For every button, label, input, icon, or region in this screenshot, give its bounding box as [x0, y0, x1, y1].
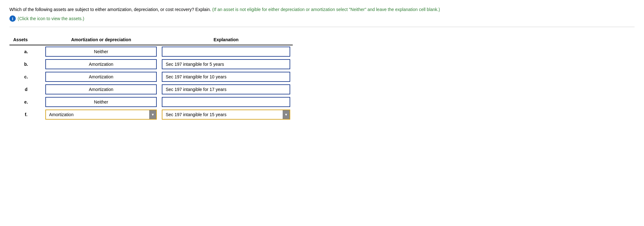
header-explain: Explanation — [159, 35, 293, 45]
amort-dropdown[interactable]: Amortization — [45, 84, 157, 94]
amort-cell[interactable]: Amortization▼ — [43, 108, 160, 121]
amort-cell[interactable]: Amortization — [43, 83, 160, 96]
explain-cell[interactable] — [159, 96, 293, 108]
amort-dropdown[interactable]: Neither — [45, 97, 157, 107]
table-row: a.Neither — [9, 45, 293, 58]
table-container: Assets Amortization or depreciation Expl… — [9, 35, 293, 121]
question-main-text: Which of the following assets are subjec… — [9, 7, 211, 12]
asset-label: b. — [9, 58, 43, 71]
asset-label: f. — [9, 108, 43, 121]
explain-cell[interactable]: Sec 197 intangible for 15 years▼ — [159, 108, 293, 121]
explain-box[interactable]: Sec 197 intangible for 5 years — [162, 59, 290, 69]
asset-label: c. — [9, 71, 43, 83]
asset-label: d — [9, 83, 43, 96]
explain-cell[interactable] — [159, 45, 293, 58]
main-table: Assets Amortization or depreciation Expl… — [9, 35, 293, 121]
amort-cell[interactable]: Amortization — [43, 71, 160, 83]
amort-dropdown-active[interactable]: Amortization▼ — [45, 110, 157, 120]
info-line: i (Click the icon to view the assets.) — [9, 15, 635, 22]
explain-dropdown-text: Sec 197 intangible for 15 years — [162, 110, 283, 119]
table-row: e.Neither — [9, 96, 293, 108]
table-row: c.AmortizationSec 197 intangible for 10 … — [9, 71, 293, 83]
header-assets: Assets — [9, 35, 43, 45]
asset-label: a. — [9, 45, 43, 58]
table-row: f.Amortization▼Sec 197 intangible for 15… — [9, 108, 293, 121]
table-header-row: Assets Amortization or depreciation Expl… — [9, 35, 293, 45]
explain-box[interactable]: Sec 197 intangible for 10 years — [162, 72, 290, 82]
info-text: (Click the icon to view the assets.) — [18, 16, 84, 21]
asset-label: e. — [9, 96, 43, 108]
explain-cell[interactable]: Sec 197 intangible for 17 years — [159, 83, 293, 96]
explain-cell[interactable]: Sec 197 intangible for 10 years — [159, 71, 293, 83]
amort-cell[interactable]: Neither — [43, 96, 160, 108]
amort-cell[interactable]: Amortization — [43, 58, 160, 71]
explain-box[interactable] — [162, 47, 290, 57]
amort-dropdown[interactable]: Neither — [45, 47, 157, 57]
explain-box[interactable] — [162, 97, 290, 107]
table-row: b.AmortizationSec 197 intangible for 5 y… — [9, 58, 293, 71]
amort-dropdown[interactable]: Amortization — [45, 72, 157, 82]
header-amort: Amortization or depreciation — [43, 35, 160, 45]
amort-cell[interactable]: Neither — [43, 45, 160, 58]
question-green-text: (If an asset is not eligible for either … — [212, 7, 440, 12]
table-row: dAmortizationSec 197 intangible for 17 y… — [9, 83, 293, 96]
question-container: Which of the following assets are subjec… — [9, 6, 635, 121]
explain-dropdown-active[interactable]: Sec 197 intangible for 15 years▼ — [162, 110, 290, 120]
divider — [9, 27, 635, 27]
amort-dropdown-arrow[interactable]: ▼ — [149, 110, 156, 119]
question-text: Which of the following assets are subjec… — [9, 6, 635, 13]
info-icon[interactable]: i — [9, 15, 16, 22]
amort-dropdown-text: Amortization — [46, 110, 150, 119]
explain-cell[interactable]: Sec 197 intangible for 5 years — [159, 58, 293, 71]
explain-box[interactable]: Sec 197 intangible for 17 years — [162, 84, 290, 94]
amort-dropdown[interactable]: Amortization — [45, 59, 157, 69]
explain-dropdown-arrow[interactable]: ▼ — [283, 110, 290, 119]
